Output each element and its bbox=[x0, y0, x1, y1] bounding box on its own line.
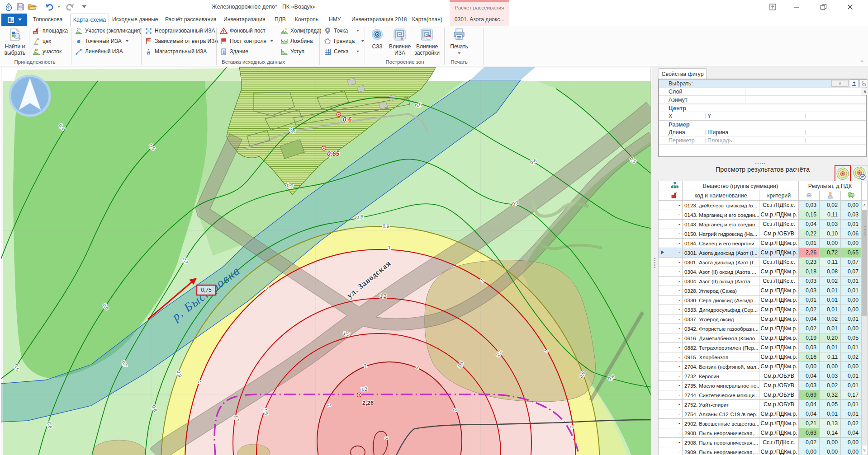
svg-text:0,9: 0,9 bbox=[383, 223, 389, 229]
svg-text:ИЗ: ИЗ bbox=[147, 38, 151, 41]
svg-text:0,8: 0,8 bbox=[356, 214, 364, 220]
svg-text:0,75: 0,75 bbox=[201, 287, 212, 293]
svg-text:0,65: 0,65 bbox=[327, 150, 339, 157]
svg-text:1: 1 bbox=[388, 245, 391, 250]
svg-text:1,2: 1,2 bbox=[380, 293, 387, 299]
svg-text:т.3: т.3 bbox=[361, 386, 368, 392]
svg-text:0,6: 0,6 bbox=[343, 116, 352, 123]
svg-text:0,7: 0,7 bbox=[286, 183, 294, 189]
svg-text:2,26: 2,26 bbox=[362, 399, 374, 406]
